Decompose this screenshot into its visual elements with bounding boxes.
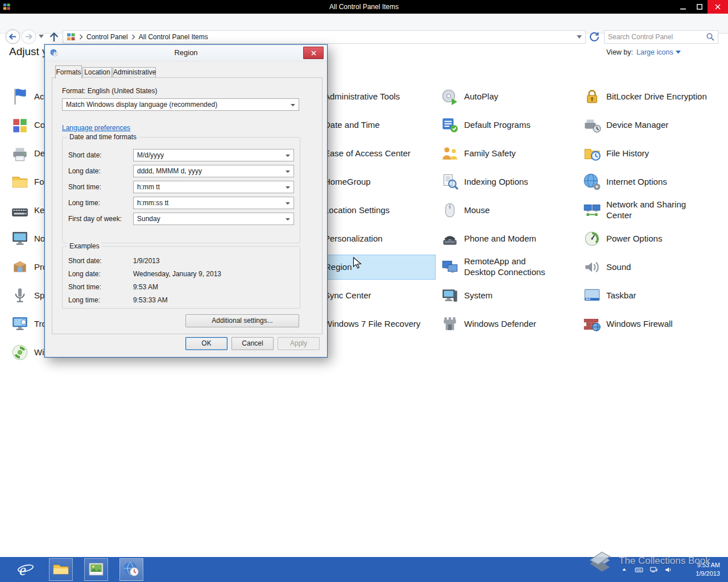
address-dropdown-caret-icon[interactable]: [577, 35, 582, 39]
book-logo-icon: [586, 547, 614, 575]
cp-item-autoplay[interactable]: AutoPlay: [437, 84, 576, 109]
cp-item-windows-firewall[interactable]: Windows Firewall: [579, 311, 718, 336]
cp-item-label: Phone and Modem: [464, 234, 536, 244]
cp-item-label: Internet Options: [606, 177, 667, 188]
example-short-time-value: 9:53 AM: [133, 283, 158, 291]
cp-item-windows-defender[interactable]: Windows Defender: [437, 311, 576, 336]
cp-item-label: Device Manager: [606, 120, 668, 131]
cp-item-default-programs[interactable]: Default Programs: [437, 113, 576, 138]
cp-item-label: Taskbar: [606, 290, 636, 301]
taskbar-button-internet-explorer[interactable]: e: [14, 558, 38, 581]
forward-button[interactable]: [21, 29, 36, 44]
cp-item-label: Windows Defender: [464, 319, 536, 330]
explorer-icon: [52, 560, 70, 579]
cp-item-label: File History: [606, 148, 649, 159]
mouse-icon: [440, 201, 460, 220]
breadcrumb-item-control-panel[interactable]: Control Panel: [86, 33, 128, 41]
cp-item-label: Network and Sharing Center: [606, 199, 693, 221]
cp-item-family-safety[interactable]: Family Safety: [437, 141, 576, 166]
cp-item-label: HomeGroup: [324, 177, 371, 188]
examples-group: Examples Short date: 1/9/2013 Long date:…: [62, 246, 300, 309]
cp-item-system[interactable]: System: [437, 283, 576, 308]
cp-item-phone-and-modem[interactable]: Phone and Modem: [437, 226, 576, 251]
cp-item-label: BitLocker Drive Encryption: [606, 92, 707, 102]
search-input[interactable]: [605, 33, 706, 41]
dialog-close-button[interactable]: [303, 47, 324, 59]
cp-item-power-options[interactable]: Power Options: [579, 226, 718, 251]
programs-features-icon: [10, 257, 30, 277]
breadcrumb[interactable]: Control Panel All Control Panel Items: [63, 30, 586, 44]
date-time-formats-group: Date and time formats Short date: M/d/yy…: [62, 137, 300, 243]
notification-area-icon: [10, 229, 30, 248]
breadcrumb-location-icon: [67, 32, 76, 41]
keyboard-icon: [10, 201, 30, 220]
taskbar-button-region-window[interactable]: [119, 558, 143, 581]
long-time-select[interactable]: h:mm:ss tt: [133, 197, 294, 209]
cp-item-label: Personalization: [324, 234, 383, 244]
examples-group-title: Examples: [67, 242, 102, 250]
apply-button[interactable]: Apply: [278, 337, 320, 350]
watermark-text: The Collections Book: [619, 555, 710, 567]
example-short-date-value: 1/9/2013: [133, 257, 160, 265]
first-day-of-week-label: First day of week:: [68, 215, 122, 223]
maximize-button[interactable]: [691, 0, 708, 14]
cp-item-network-and-sharing-center[interactable]: Network and Sharing Center: [579, 198, 718, 223]
up-button[interactable]: [48, 31, 60, 43]
first-day-of-week-select[interactable]: Sunday: [133, 213, 294, 225]
cancel-button[interactable]: Cancel: [231, 337, 274, 350]
cp-item-mouse[interactable]: Mouse: [437, 198, 576, 223]
title-bar: All Control Panel Items: [0, 0, 728, 14]
sound-icon: [582, 257, 602, 277]
cp-item-label: Default Programs: [464, 120, 531, 131]
dialog-title: Region: [45, 48, 327, 57]
region-icon: [122, 560, 140, 579]
short-time-select[interactable]: h:mm tt: [133, 181, 294, 193]
tab-location[interactable]: Location: [82, 67, 112, 78]
cp-item-bitlocker-drive-encryption[interactable]: BitLocker Drive Encryption: [579, 84, 718, 109]
language-preferences-link[interactable]: Language preferences: [62, 124, 130, 132]
tab-formats[interactable]: Formats: [55, 65, 82, 78]
ie-icon: e: [16, 560, 35, 579]
cp-item-remoteapp-and-desktop-connections[interactable]: RemoteApp and Desktop Connections: [437, 255, 576, 280]
short-date-select[interactable]: M/d/yyyy: [133, 149, 294, 161]
navigation-toolbar: Control Panel All Control Panel Items: [0, 14, 728, 34]
phone-modem-icon: [440, 229, 460, 248]
system-icon: [440, 286, 460, 305]
refresh-button[interactable]: [589, 32, 599, 42]
long-date-select[interactable]: dddd, MMMM d, yyyy: [133, 165, 294, 177]
tab-administrative[interactable]: Administrative: [113, 67, 156, 78]
additional-settings-button[interactable]: Additional settings...: [185, 314, 299, 327]
photo-viewer-icon: [87, 560, 105, 579]
taskbar-button-file-explorer[interactable]: [49, 558, 73, 581]
window-controls: [675, 0, 728, 14]
example-short-date-label: Short date:: [68, 257, 102, 265]
cp-item-sound[interactable]: Sound: [579, 255, 718, 280]
cp-item-label: Sync Center: [324, 290, 371, 301]
windows-update-icon: [10, 343, 30, 362]
cp-item-indexing-options[interactable]: Indexing Options: [437, 169, 576, 194]
recent-pages-caret-icon[interactable]: [39, 35, 44, 39]
speech-recognition-icon: [10, 286, 30, 305]
back-button[interactable]: [5, 29, 20, 44]
cp-item-label: Region: [325, 262, 352, 273]
cp-item-device-manager[interactable]: Device Manager: [579, 113, 718, 138]
indexing-options-icon: [440, 172, 460, 192]
cp-item-file-history[interactable]: File History: [579, 141, 718, 166]
cp-item-label: Ease of Access Center: [324, 148, 411, 159]
svg-text:e: e: [19, 562, 26, 579]
format-select[interactable]: Match Windows display language (recommen…: [62, 98, 299, 111]
taskbar-button-photo-viewer[interactable]: [84, 558, 108, 581]
remoteapp-icon: [440, 257, 460, 277]
breadcrumb-item-all-control-panel-items[interactable]: All Control Panel Items: [139, 33, 208, 41]
cp-item-taskbar[interactable]: Taskbar: [579, 283, 718, 308]
breadcrumb-chevron-icon: [79, 34, 83, 40]
example-long-time-label: Long time:: [68, 296, 100, 304]
troubleshooting-icon: [10, 314, 30, 334]
cp-item-label: Windows 7 File Recovery: [324, 319, 420, 330]
cp-item-internet-options[interactable]: Internet Options: [579, 169, 718, 194]
cp-item-label: Date and Time: [324, 120, 380, 131]
ok-button[interactable]: OK: [185, 337, 228, 350]
search-icon[interactable]: [706, 33, 718, 41]
minimize-button[interactable]: [675, 0, 691, 14]
close-button[interactable]: [708, 0, 728, 14]
